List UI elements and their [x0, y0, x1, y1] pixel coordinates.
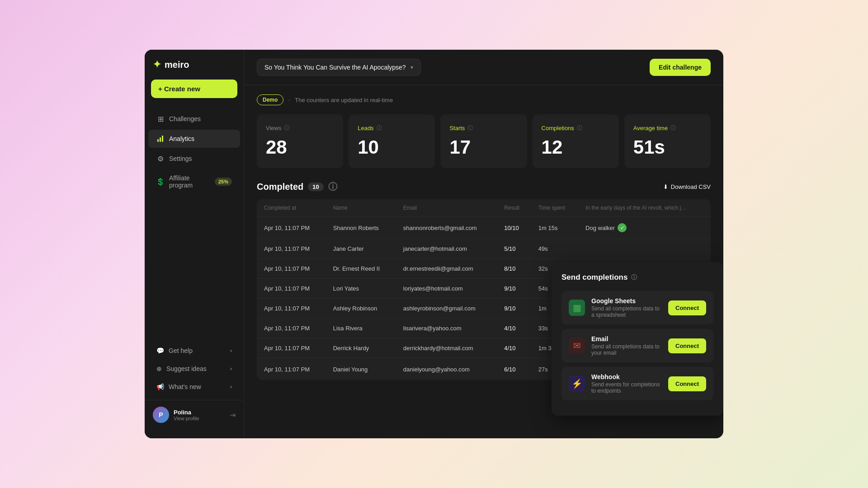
get-help-item[interactable]: 💬 Get help › [148, 342, 240, 359]
stat-label-starts: Starts ⓘ [449, 124, 518, 132]
cell-result: 10/10 [497, 217, 531, 239]
cell-time: 1m 15s [531, 217, 578, 239]
demo-dot: · [288, 95, 290, 105]
stat-value-leads: 10 [358, 136, 426, 158]
suggest-chevron: › [230, 366, 232, 372]
stat-label-leads: Leads ⓘ [358, 124, 426, 132]
whats-new-chevron: › [230, 384, 232, 390]
sidebar-item-affiliate-label: Affiliate program [169, 174, 210, 189]
stat-card-views: Views ⓘ 28 [257, 114, 343, 168]
stat-label-completions: Completions ⓘ [542, 124, 610, 132]
svg-rect-0 [157, 139, 159, 142]
webhook-desc: Send events for completions to endpoints [591, 381, 662, 394]
whats-new-label: What's new [169, 383, 201, 390]
completions-info-icon[interactable]: ⓘ [577, 124, 582, 132]
whats-new-icon: 📢 [156, 383, 164, 390]
view-profile-link[interactable]: View profile [174, 416, 225, 421]
sidebar-item-analytics[interactable]: Analytics [148, 130, 240, 148]
cell-result: 4/10 [497, 319, 531, 338]
user-name: Polina [174, 409, 225, 416]
cell-name: Jane Carter [326, 239, 396, 259]
cell-email: shannonroberts@gmail.com [396, 217, 497, 239]
cell-date: Apr 10, 11:07 PM [257, 338, 326, 358]
email-desc: Send all completions data to your email [591, 343, 662, 356]
settings-icon: ⚙ [156, 155, 165, 163]
create-new-button[interactable]: + Create new [151, 80, 237, 98]
challenge-selector[interactable]: So You Think You Can Survive the AI Apoc… [257, 59, 421, 76]
send-completions-info-icon[interactable]: ⓘ [631, 273, 637, 282]
sidebar-bottom: 💬 Get help › ⊕ Suggest ideas › 📢 What's … [145, 341, 244, 396]
google-sheets-icon: ▦ [569, 300, 585, 316]
completed-count: 10 [308, 183, 323, 191]
webhook-connect-button[interactable]: Connect [668, 376, 706, 391]
cell-email: danielyoung@yahoo.com [396, 358, 497, 380]
cell-time: 49s [531, 239, 578, 259]
email-icon: ✉ [569, 338, 585, 354]
suggest-icon: ⊕ [156, 365, 162, 372]
send-completions-panel: Send completions ⓘ ▦ Google Sheets Send … [552, 262, 723, 416]
cell-date: Apr 10, 11:07 PM [257, 299, 326, 319]
logo-text: meiro [165, 60, 189, 70]
cell-name: Ashley Robinson [326, 299, 396, 319]
col-header-email: Email [396, 199, 497, 217]
stats-grid: Views ⓘ 28 Leads ⓘ 10 Starts ⓘ [257, 114, 711, 168]
suggest-ideas-item[interactable]: ⊕ Suggest ideas › [148, 360, 240, 377]
cell-date: Apr 10, 11:07 PM [257, 217, 326, 239]
cell-result: 9/10 [497, 279, 531, 299]
stat-value-starts: 17 [449, 136, 518, 158]
webhook-info: Webhook Send events for completions to e… [591, 373, 662, 394]
col-header-result: Result [497, 199, 531, 217]
sidebar-item-settings[interactable]: ⚙ Settings [148, 150, 240, 168]
completed-title: Completed 10 ⓘ [257, 181, 337, 193]
views-info-icon[interactable]: ⓘ [284, 124, 289, 132]
starts-info-icon[interactable]: ⓘ [467, 124, 473, 132]
cell-name: Lisa Rivera [326, 319, 396, 338]
google-sheets-connect-button[interactable]: Connect [668, 300, 706, 315]
email-connect-button[interactable]: Connect [668, 338, 706, 353]
completed-info-icon[interactable]: ⓘ [328, 181, 337, 193]
download-icon: ⬇ [663, 183, 668, 190]
logo: ✦ meiro [145, 59, 244, 80]
svg-rect-2 [162, 136, 163, 142]
sidebar-item-affiliate[interactable]: 💲 Affiliate program 25% [148, 169, 240, 194]
whats-new-item[interactable]: 📢 What's new › [148, 378, 240, 395]
stat-value-views: 28 [266, 136, 334, 158]
sidebar: ✦ meiro + Create new ⊞ Challenges Analyt… [145, 50, 244, 438]
cell-name: Dr. Ernest Reed II [326, 259, 396, 279]
demo-badge: Demo [257, 94, 283, 105]
stat-card-leads: Leads ⓘ 10 [349, 114, 435, 168]
edit-challenge-button[interactable]: Edit challenge [650, 59, 711, 76]
cell-name: Lori Yates [326, 279, 396, 299]
download-label: Download CSV [671, 183, 711, 190]
sidebar-item-settings-label: Settings [169, 155, 192, 162]
google-sheets-name: Google Sheets [591, 297, 662, 305]
leads-info-icon[interactable]: ⓘ [377, 124, 382, 132]
cell-name: Shannon Roberts [326, 217, 396, 239]
sidebar-item-challenges[interactable]: ⊞ Challenges [148, 110, 240, 128]
send-completions-title: Send completions ⓘ [561, 273, 713, 282]
stat-value-avgtime: 51s [633, 136, 702, 158]
cell-date: Apr 10, 11:07 PM [257, 319, 326, 338]
cell-name: Daniel Young [326, 358, 396, 380]
challenges-icon: ⊞ [156, 115, 165, 123]
completed-label: Completed [257, 182, 303, 192]
completed-section-header: Completed 10 ⓘ ⬇ Download CSV [257, 181, 711, 193]
cell-date: Apr 10, 11:07 PM [257, 259, 326, 279]
cell-email: dr.ernestreedii@gmail.com [396, 259, 497, 279]
sidebar-item-challenges-label: Challenges [169, 115, 201, 122]
cell-email: ashleyrobinson@gmail.com [396, 299, 497, 319]
cell-date: Apr 10, 11:07 PM [257, 358, 326, 380]
webhook-icon: ⚡ [569, 375, 585, 392]
download-csv-button[interactable]: ⬇ Download CSV [663, 183, 711, 190]
stat-label-views: Views ⓘ [266, 124, 334, 132]
col-header-time: Time spent [531, 199, 578, 217]
stat-card-starts: Starts ⓘ 17 [440, 114, 527, 168]
user-info: Polina View profile [174, 409, 225, 421]
cell-email: derrickhardy@hotmail.com [396, 338, 497, 358]
get-help-chevron: › [230, 347, 232, 354]
logout-icon[interactable]: ⇥ [230, 411, 236, 419]
avgtime-info-icon[interactable]: ⓘ [670, 124, 676, 132]
stat-card-completions: Completions ⓘ 12 [533, 114, 619, 168]
svg-rect-1 [160, 137, 161, 142]
integration-item-webhook: ⚡ Webhook Send events for completions to… [561, 367, 713, 400]
